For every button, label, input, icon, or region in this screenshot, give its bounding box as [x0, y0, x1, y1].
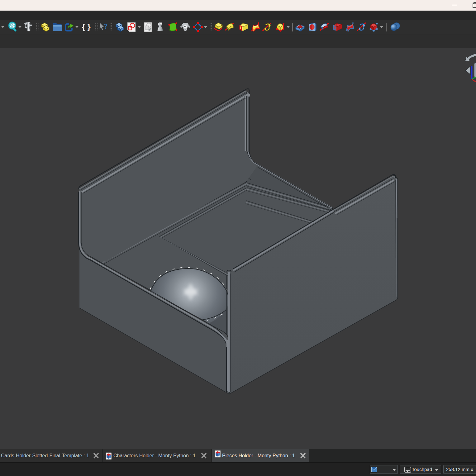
svg-text:?: ?	[104, 22, 107, 30]
svg-text:{ }: { }	[82, 22, 90, 31]
